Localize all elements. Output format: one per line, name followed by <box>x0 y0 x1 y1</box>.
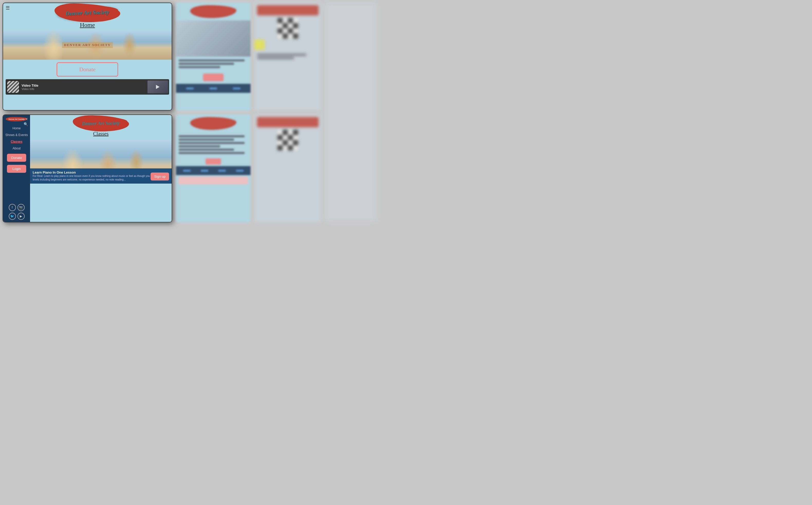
instagram-icon[interactable]: 📷 <box>17 204 25 211</box>
sidebar: Denver Art Society ✕ 🔍 Home Shows & Even… <box>3 115 30 222</box>
yellow-block <box>254 40 265 50</box>
signup-button[interactable]: Sign up <box>151 173 169 180</box>
sidebar-item-classes[interactable]: Classes <box>3 138 30 145</box>
checkerboard-pattern <box>278 18 298 38</box>
classes-page-title: Classes <box>32 131 170 137</box>
c5 <box>278 135 283 140</box>
blurred-logo <box>190 5 236 18</box>
classes-hero-image: Learn Piano In One Lesson For Real: Lear… <box>30 140 172 184</box>
checker-16 <box>293 33 298 38</box>
checkerboard-pattern-2 <box>278 130 298 150</box>
main-content: Denver Art Society Classes Learn Piano I… <box>30 115 172 222</box>
c13 <box>278 145 283 150</box>
home-window: ☰ Denver Art Society Home Denver Art Soc… <box>3 3 172 111</box>
blurred-panel-right-bottom <box>176 115 251 222</box>
c15 <box>288 145 293 150</box>
page-header: Denver Art Society Classes <box>30 115 172 140</box>
blurred-text <box>176 56 251 71</box>
video-thumbnail[interactable] <box>148 80 168 93</box>
blurred-red-bar <box>257 5 319 15</box>
classes-window: Denver Art Society ✕ 🔍 Home Shows & Even… <box>3 115 172 222</box>
blurred-line-10 <box>179 149 234 151</box>
checker-13 <box>278 33 283 38</box>
sidebar-item-about[interactable]: About <box>3 145 30 152</box>
blurred-line-11 <box>179 152 245 154</box>
blurred-line-4 <box>257 54 306 56</box>
twitter-icon[interactable]: 🐦 <box>9 213 16 220</box>
c9 <box>278 140 283 145</box>
blurred-line-9 <box>179 145 220 147</box>
blurred-line-7 <box>179 139 234 141</box>
video-title-text: Video Title <box>22 83 146 88</box>
blurred-line-3 <box>179 66 220 68</box>
classes-logo-splash: Denver Art Society <box>74 117 128 130</box>
class-heading: Learn Piano In One Lesson <box>33 170 169 174</box>
logo-splash: Denver Art Society <box>56 5 118 21</box>
checker-11 <box>288 28 293 33</box>
close-icon[interactable]: ✕ <box>25 117 28 121</box>
c11 <box>288 140 293 145</box>
youtube-icon[interactable]: ▶ <box>17 213 25 220</box>
nav-dot-7 <box>236 170 244 172</box>
checker-15 <box>288 33 293 38</box>
blurred-red-bar-2 <box>257 117 319 127</box>
checker-10 <box>283 28 288 33</box>
nav-dot-4 <box>183 170 191 172</box>
sidebar-logo-area: Denver Art Society <box>6 117 27 121</box>
c7 <box>288 135 293 140</box>
sidebar-donate-button[interactable]: Donate <box>7 154 26 162</box>
classes-site-title: Denver Art Society <box>82 120 120 127</box>
blurred-photo <box>176 21 251 56</box>
checker-7 <box>288 23 293 28</box>
building-sign-text: Denver Art Society <box>62 42 113 48</box>
nav-dot-3 <box>233 88 241 90</box>
video-subtitle-text: Video Info <box>22 88 146 91</box>
blurred-panel-right-top <box>176 3 251 111</box>
c8 <box>293 135 298 140</box>
clapperboard-icon <box>7 80 20 93</box>
class-description: For Real: Learn to play piano in one les… <box>33 174 169 182</box>
sidebar-login-button[interactable]: Login <box>7 165 26 173</box>
far-right-blurred-panel <box>325 3 376 221</box>
nav-dot-1 <box>186 88 194 90</box>
search-icon[interactable]: 🔍 <box>24 122 28 126</box>
blurred-nav <box>176 84 251 93</box>
blurred-button-1 <box>203 73 224 81</box>
checker-4 <box>293 18 298 23</box>
nav-dot-2 <box>209 88 217 90</box>
checker-14 <box>283 33 288 38</box>
blurred-line-2 <box>179 63 234 65</box>
donate-button[interactable]: Donate <box>56 62 118 76</box>
social-links: f 📷 🐦 ▶ <box>3 202 30 222</box>
c14 <box>283 145 288 150</box>
site-logo-area: Denver Art Society <box>3 6 172 20</box>
c16 <box>293 145 298 150</box>
checker-6 <box>283 23 288 28</box>
video-info: Video Title Video Info <box>20 83 148 91</box>
blurred-panel-right-top-2 <box>254 3 321 111</box>
blurred-pink-input <box>179 177 248 184</box>
sidebar-item-shows[interactable]: Shows & Events <box>3 132 30 138</box>
checker-12 <box>293 28 298 33</box>
building-image: Denver Art Society <box>3 30 172 60</box>
sidebar-logo-splash: Denver Art Society <box>6 117 27 121</box>
blurred-text-2 <box>254 51 321 62</box>
nav-dot-6 <box>218 170 226 172</box>
hamburger-menu-icon[interactable]: ☰ <box>6 5 10 11</box>
c4 <box>293 130 298 135</box>
facebook-icon[interactable]: f <box>9 204 16 211</box>
class-info-banner: Learn Piano In One Lesson For Real: Lear… <box>30 168 172 184</box>
checker-5 <box>278 23 283 28</box>
site-title: Denver Art Society <box>65 9 109 17</box>
play-icon <box>156 85 160 89</box>
checker-2 <box>283 18 288 23</box>
c1 <box>278 130 283 135</box>
c6 <box>283 135 288 140</box>
checker-3 <box>288 18 293 23</box>
blurred-button-2 <box>206 158 221 165</box>
checker-1 <box>278 18 283 23</box>
blurred-line-6 <box>179 135 245 137</box>
blurred-logo-bottom <box>190 117 236 130</box>
checker-8 <box>293 23 298 28</box>
blurred-line-8 <box>179 142 245 144</box>
